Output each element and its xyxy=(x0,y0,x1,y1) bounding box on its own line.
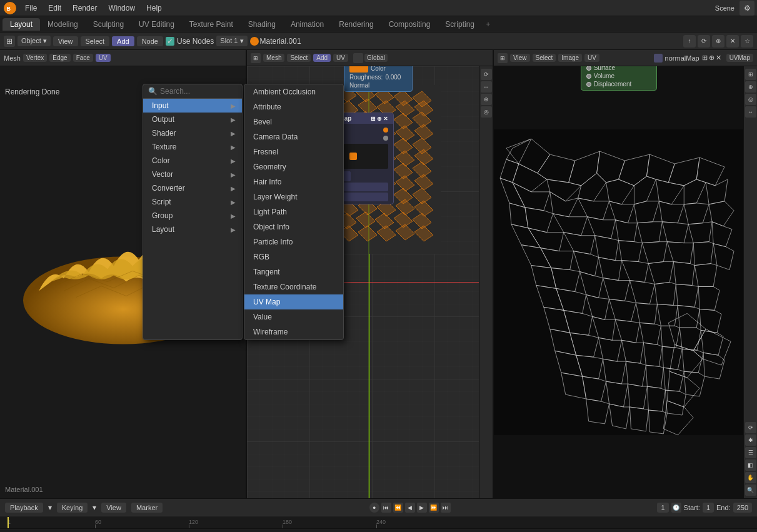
uvmap-sidebar-icon-4[interactable]: ↔ xyxy=(745,106,756,118)
sub-item-rgb[interactable]: RGB xyxy=(244,249,343,264)
dropdown-item-converter[interactable]: Converter ▶ xyxy=(143,181,242,195)
uvmap-sidebar-icon-10[interactable]: 🔍 xyxy=(745,484,756,496)
uv-view-btn[interactable]: Mesh xyxy=(263,54,284,62)
uvmap-sidebar-icon-3[interactable]: ◎ xyxy=(745,94,756,105)
sub-item-tangent[interactable]: Tangent xyxy=(244,264,343,279)
uvmap-close-icon[interactable]: ✕ xyxy=(716,54,721,62)
sub-item-hair-info[interactable]: Hair Info xyxy=(244,174,343,189)
uvmap-sidebar-icon-6[interactable]: ✱ xyxy=(745,434,756,446)
dropdown-item-group[interactable]: Group ▶ xyxy=(143,209,242,223)
tab-uv-editing[interactable]: UV Editing xyxy=(131,18,182,31)
tab-layout[interactable]: Layout xyxy=(3,18,40,31)
face-mode[interactable]: Face xyxy=(73,54,93,62)
sub-item-wireframe[interactable]: Wireframe xyxy=(244,324,343,339)
uvmap-icon-2[interactable]: ⊕ xyxy=(709,54,714,62)
uv-sidebar-icon-4[interactable]: ◎ xyxy=(481,106,492,118)
play-back-btn[interactable]: ◀ xyxy=(405,503,415,513)
uv-select-btn[interactable]: Select xyxy=(287,54,311,62)
keying-dropdown[interactable]: ▾ xyxy=(93,503,96,512)
toolbar-icon-2[interactable]: ⟳ xyxy=(698,35,710,48)
step-back-btn[interactable]: ⏪ xyxy=(393,503,403,513)
current-frame[interactable]: 1 xyxy=(657,503,668,513)
jump-end-btn[interactable]: ⏭ xyxy=(441,503,451,513)
toolbar-icon-3[interactable]: ⊕ xyxy=(712,35,724,48)
start-frame[interactable]: 1 xyxy=(703,503,714,513)
sub-item-value[interactable]: Value xyxy=(244,309,343,324)
toolbar-icon-1[interactable]: ↑ xyxy=(683,35,696,48)
render-menu[interactable]: Render xyxy=(68,3,102,14)
node-button[interactable]: Node xyxy=(137,36,163,46)
sub-item-object-info[interactable]: Object Info xyxy=(244,219,343,234)
uvmap-sidebar-icon-7[interactable]: ☰ xyxy=(745,447,756,458)
tab-modeling[interactable]: Modeling xyxy=(40,18,86,31)
mode-icon[interactable]: ⊞ xyxy=(4,36,15,47)
tab-shading[interactable]: Shading xyxy=(241,18,283,31)
sub-item-particle-info[interactable]: Particle Info xyxy=(244,234,343,249)
tab-sculpting[interactable]: Sculpting xyxy=(86,18,131,31)
uv-global-select[interactable]: Global xyxy=(353,53,388,63)
uvmap-sidebar-icon-2[interactable]: ⊕ xyxy=(745,81,756,93)
tab-add-button[interactable]: + xyxy=(482,18,494,31)
toolbar-icon-4[interactable]: ✕ xyxy=(726,35,739,48)
jump-start-btn[interactable]: ⏮ xyxy=(381,503,391,513)
tab-texture-paint[interactable]: Texture Paint xyxy=(182,18,241,31)
dropdown-item-input[interactable]: Input ▶ xyxy=(143,99,242,113)
playback-btn[interactable]: Playback xyxy=(5,503,43,513)
uvmap-image-btn[interactable]: Image xyxy=(558,54,582,62)
playback-dropdown[interactable]: ▾ xyxy=(48,503,52,512)
edge-mode[interactable]: Edge xyxy=(49,54,70,62)
dropdown-item-layout[interactable]: Layout ▶ xyxy=(143,223,242,236)
uvmap-uv-btn[interactable]: UV xyxy=(584,54,599,62)
end-frame[interactable]: 250 xyxy=(733,503,752,513)
tab-animation[interactable]: Animation xyxy=(283,18,331,31)
tab-compositing[interactable]: Compositing xyxy=(381,18,438,31)
uvmap-sidebar-icon-5[interactable]: ⟳ xyxy=(745,422,756,433)
uvmap-icon-1[interactable]: ⊞ xyxy=(702,54,708,62)
view-timeline-btn[interactable]: View xyxy=(101,503,126,513)
edit-menu[interactable]: Edit xyxy=(43,3,66,14)
uv-global-label[interactable]: Global xyxy=(364,54,388,62)
uvmap-sidebar-icon-1[interactable]: ⊞ xyxy=(745,69,756,80)
toolbar-icon-5[interactable]: ☆ xyxy=(741,35,753,48)
uv-add-btn[interactable]: Add xyxy=(313,54,331,62)
select-button[interactable]: Select xyxy=(81,36,110,46)
dropdown-item-texture[interactable]: Texture ▶ xyxy=(143,140,242,154)
sub-item-light-path[interactable]: Light Path xyxy=(244,204,343,219)
uvmap-view-btn[interactable]: View xyxy=(510,54,530,62)
uv-uv-btn[interactable]: UV xyxy=(333,54,348,62)
window-menu[interactable]: Window xyxy=(103,3,140,14)
uvmap-sidebar-icon-8[interactable]: ◧ xyxy=(745,459,756,471)
uvmap-sidebar-icon-9[interactable]: ✋ xyxy=(745,472,756,483)
uvmap-panel[interactable]: ⊞ View Select Image UV normalMap ⊞ ⊕ ✕ U… xyxy=(494,50,757,498)
uv-mode[interactable]: UV xyxy=(96,54,111,62)
record-btn[interactable]: ● xyxy=(369,503,379,513)
dropdown-item-shader[interactable]: Shader ▶ xyxy=(143,126,242,140)
blender-logo-icon[interactable]: B xyxy=(4,2,16,14)
help-menu[interactable]: Help xyxy=(141,3,167,14)
add-button[interactable]: Add xyxy=(112,36,134,46)
uvmap-mode-icon[interactable]: ⊞ xyxy=(498,53,508,63)
uvmap-label-btn[interactable]: UVMap xyxy=(726,54,753,62)
mode-select[interactable]: Object ▾ xyxy=(18,36,51,46)
slot-select[interactable]: Slot 1 ▾ xyxy=(216,36,247,46)
dropdown-item-output[interactable]: Output ▶ xyxy=(143,113,242,126)
use-nodes-checkbox[interactable]: ✓ xyxy=(166,37,174,46)
search-input[interactable] xyxy=(160,87,235,96)
uv-view-icon[interactable]: ⊞ xyxy=(251,53,261,63)
sub-item-fresnel[interactable]: Fresnel xyxy=(244,144,343,159)
clock-icon[interactable]: 🕐 xyxy=(671,503,681,513)
dropdown-item-vector[interactable]: Vector ▶ xyxy=(143,168,242,181)
uvmap-select-btn[interactable]: Select xyxy=(533,54,556,62)
uv-sidebar-icon-1[interactable]: ⟳ xyxy=(481,69,492,80)
view-button[interactable]: View xyxy=(53,36,78,46)
dropdown-item-script[interactable]: Script ▶ xyxy=(143,195,242,209)
vertex-mode[interactable]: Vertex xyxy=(23,54,47,62)
sub-item-layer-weight[interactable]: Layer Weight xyxy=(244,189,343,204)
uv-sync-icon[interactable] xyxy=(353,53,363,63)
tab-scripting[interactable]: Scripting xyxy=(438,18,482,31)
keying-btn[interactable]: Keying xyxy=(57,503,88,513)
sub-item-geometry[interactable]: Geometry xyxy=(244,159,343,174)
step-fwd-btn[interactable]: ⏩ xyxy=(429,503,439,513)
sub-item-texture-coordinate[interactable]: Texture Coordinate xyxy=(244,279,343,294)
sub-item-uv-map[interactable]: UV Map xyxy=(244,294,343,309)
